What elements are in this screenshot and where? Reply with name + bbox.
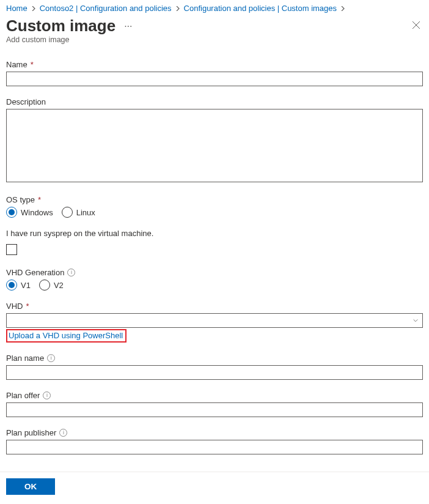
name-label: Name: [6, 60, 28, 69]
breadcrumb-link-custom-images[interactable]: Configuration and policies | Custom imag…: [184, 4, 337, 13]
radio-icon: [62, 207, 73, 218]
vhd-gen-v2-label: V2: [54, 281, 64, 290]
chevron-right-icon: [31, 4, 36, 13]
page-subtitle: Add custom image: [6, 35, 423, 44]
description-textarea[interactable]: [6, 109, 423, 182]
os-type-linux-label: Linux: [76, 208, 95, 217]
ok-button[interactable]: OK: [6, 478, 55, 495]
footer: OK: [0, 472, 429, 502]
required-icon: *: [38, 195, 41, 204]
breadcrumb-link-contoso2[interactable]: Contoso2 | Configuration and policies: [40, 4, 172, 13]
vhd-select[interactable]: [6, 313, 423, 328]
vhd-gen-v1-label: V1: [21, 281, 31, 290]
info-icon[interactable]: i: [67, 269, 75, 276]
plan-publisher-label: Plan publisher: [6, 428, 56, 437]
plan-offer-label: Plan offer: [6, 391, 40, 400]
vhd-gen-v2-radio[interactable]: V2: [39, 280, 64, 291]
os-type-label: OS type: [6, 195, 35, 204]
chevron-right-icon: [340, 4, 345, 13]
vhd-label: VHD: [6, 302, 23, 311]
info-icon[interactable]: i: [47, 354, 55, 362]
radio-icon: [6, 280, 17, 291]
info-icon[interactable]: i: [59, 429, 67, 437]
plan-offer-input[interactable]: [6, 402, 423, 417]
sysprep-label: I have run sysprep on the virtual machin…: [6, 229, 153, 238]
vhd-generation-label: VHD Generation: [6, 268, 64, 277]
required-icon: *: [31, 60, 34, 69]
required-icon: *: [26, 302, 29, 311]
breadcrumb-link-home[interactable]: Home: [6, 4, 28, 13]
plan-name-input[interactable]: [6, 365, 423, 380]
os-type-windows-radio[interactable]: Windows: [6, 207, 53, 218]
upload-vhd-link[interactable]: Upload a VHD using PowerShell: [9, 331, 123, 340]
os-type-linux-radio[interactable]: Linux: [62, 207, 95, 218]
vhd-gen-v1-radio[interactable]: V1: [6, 280, 31, 291]
plan-name-label: Plan name: [6, 354, 44, 363]
more-actions-button[interactable]: ···: [122, 20, 134, 33]
upload-vhd-highlight: Upload a VHD using PowerShell: [6, 329, 127, 343]
plan-publisher-input[interactable]: [6, 440, 423, 454]
radio-icon: [39, 280, 50, 291]
info-icon[interactable]: i: [43, 391, 51, 399]
description-label: Description: [6, 97, 46, 106]
page-title: Custom image: [6, 17, 116, 35]
radio-icon: [6, 207, 17, 218]
chevron-down-icon: [413, 317, 419, 324]
os-type-windows-label: Windows: [21, 208, 53, 217]
close-button[interactable]: [409, 17, 423, 35]
chevron-right-icon: [175, 4, 180, 13]
sysprep-checkbox[interactable]: [6, 244, 17, 255]
name-input[interactable]: [6, 72, 423, 86]
breadcrumb: Home Contoso2 | Configuration and polici…: [6, 4, 423, 13]
